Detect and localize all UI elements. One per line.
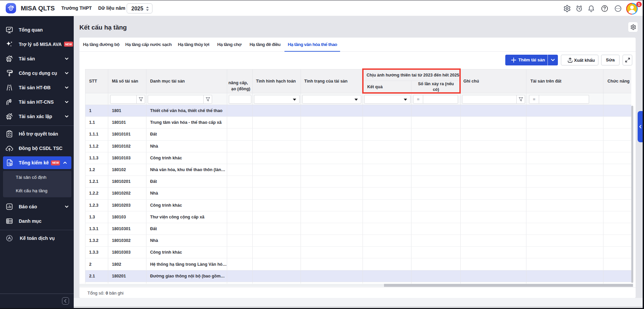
svg-text:1: 1 <box>638 2 640 6</box>
